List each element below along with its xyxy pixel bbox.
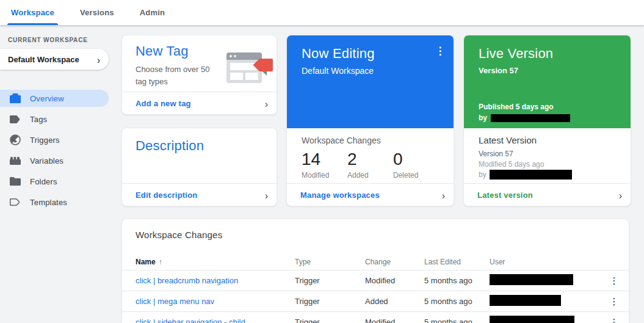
live-version-title: Live Version xyxy=(479,46,621,62)
latest-version-button[interactable]: Latest version › xyxy=(464,183,631,206)
change-type: Trigger xyxy=(295,276,365,285)
published-by-prefix: by xyxy=(479,114,487,122)
change-name-link[interactable]: click | sidebar navigation - child xyxy=(136,318,295,323)
folder-icon xyxy=(9,175,21,187)
change-kind: Modified xyxy=(365,276,424,285)
change-last-edited: 5 months ago xyxy=(424,318,490,323)
current-workspace-label: CURRENT WORKSPACE xyxy=(8,37,120,43)
tab-versions[interactable]: Versions xyxy=(76,0,118,25)
stat-deleted-value: 0 xyxy=(393,150,439,169)
stat-modified: 14 Modified xyxy=(302,150,347,180)
sidebar-item-label: Variables xyxy=(30,156,63,165)
stat-deleted-label: Deleted xyxy=(393,171,439,180)
now-editing-workspace-name: Default Workspace xyxy=(302,66,446,76)
change-kind: Added xyxy=(365,297,424,306)
add-new-tag-button[interactable]: Add a new tag › xyxy=(122,92,277,114)
kebab-menu-icon[interactable]: ⋮ xyxy=(599,296,629,307)
now-editing-header: Now Editing Default Workspace ⋮ xyxy=(287,35,454,128)
description-title: Description xyxy=(136,138,267,154)
column-header-name[interactable]: Name↑ xyxy=(136,258,295,266)
redacted-user-name xyxy=(490,316,574,323)
main-content: New Tag Choose from over 50 tag types xyxy=(120,25,644,323)
sidebar-item-label: Tags xyxy=(30,115,47,124)
sidebar-item-templates[interactable]: Templates xyxy=(0,194,109,211)
tab-workspace[interactable]: Workspace xyxy=(7,0,58,25)
overview-icon xyxy=(9,92,21,104)
column-header-change[interactable]: Change xyxy=(365,258,424,266)
stat-added-label: Added xyxy=(347,171,393,180)
variables-icon xyxy=(9,154,21,167)
sidebar-item-folders[interactable]: Folders xyxy=(0,173,109,190)
chevron-right-icon: › xyxy=(619,189,622,200)
column-header-type[interactable]: Type xyxy=(295,258,365,266)
tab-admin[interactable]: Admin xyxy=(136,0,168,25)
manage-workspaces-label: Manage workspaces xyxy=(300,191,380,200)
table-header-row: Name↑ Type Change Last Edited User xyxy=(122,253,629,270)
latest-by-prefix: by xyxy=(479,170,487,179)
latest-version-title: Latest Version xyxy=(479,135,616,145)
live-version-card: Live Version Version 57 Published 5 days… xyxy=(463,35,631,206)
live-version-number: Version 57 xyxy=(479,66,621,75)
change-name-link[interactable]: click | breadcrumb navigation xyxy=(136,276,295,285)
sort-ascending-icon: ↑ xyxy=(159,258,162,266)
trigger-icon xyxy=(9,134,21,146)
add-new-tag-label: Add a new tag xyxy=(136,99,191,108)
stat-added: 2 Added xyxy=(347,150,393,180)
sidebar-item-triggers[interactable]: Triggers xyxy=(0,131,109,148)
manage-workspaces-button[interactable]: Manage workspaces › xyxy=(287,183,454,206)
new-tag-illustration-icon xyxy=(225,51,273,88)
table-row: click | mega menu nav Trigger Added 5 mo… xyxy=(122,291,629,311)
change-last-edited: 5 months ago xyxy=(424,297,490,306)
now-editing-card: Now Editing Default Workspace ⋮ Workspac… xyxy=(286,35,454,206)
new-tag-card: New Tag Choose from over 50 tag types xyxy=(121,35,277,115)
sidebar-item-overview[interactable]: Overview xyxy=(0,90,109,107)
template-icon xyxy=(9,196,21,208)
sidebar-menu: Overview Tags Triggers xyxy=(0,90,120,211)
gtm-workspace-page: Workspace Versions Admin CURRENT WORKSPA… xyxy=(0,0,644,323)
sidebar-item-variables[interactable]: Variables xyxy=(0,152,109,169)
workspace-selector-label: Default Workspace xyxy=(8,55,79,64)
stat-modified-label: Modified xyxy=(302,171,347,180)
live-version-header: Live Version Version 57 Published 5 days… xyxy=(464,35,631,128)
kebab-menu-icon[interactable]: ⋮ xyxy=(433,44,447,59)
sidebar-item-label: Folders xyxy=(30,177,57,186)
sidebar-item-label: Overview xyxy=(30,94,64,103)
edit-description-label: Edit description xyxy=(136,191,197,200)
redacted-publisher-name xyxy=(491,114,570,122)
published-date: Published 5 days ago xyxy=(479,103,570,111)
kebab-menu-icon[interactable]: ⋮ xyxy=(599,275,629,286)
redacted-user-name xyxy=(490,295,561,306)
table-row: click | sidebar navigation - child Trigg… xyxy=(122,311,629,323)
chevron-right-icon: › xyxy=(442,189,445,200)
chevron-right-icon: › xyxy=(97,54,100,64)
workspace-changes-table-card: Workspace Changes Name↑ Type Change Last… xyxy=(121,219,629,323)
workspace-changes-stats-title: Workspace Changes xyxy=(302,136,439,145)
table-title: Workspace Changes xyxy=(136,230,629,240)
stat-modified-value: 14 xyxy=(302,150,347,169)
latest-version-label: Latest version xyxy=(477,191,533,200)
column-header-last-edited[interactable]: Last Edited xyxy=(424,258,490,266)
latest-version-modified: Modified 5 days ago xyxy=(479,160,616,169)
change-type: Trigger xyxy=(295,297,365,306)
sidebar: CURRENT WORKSPACE Default Workspace › Ov… xyxy=(0,25,120,323)
table-row: click | breadcrumb navigation Trigger Mo… xyxy=(122,270,629,291)
change-kind: Modified xyxy=(365,318,424,323)
workspace-changes-stats: Workspace Changes 14 Modified 2 Added xyxy=(287,128,454,183)
change-type: Trigger xyxy=(295,318,365,323)
tag-icon xyxy=(9,113,21,125)
latest-version-section: Latest Version Version 57 Modified 5 day… xyxy=(464,128,631,183)
workspace-selector[interactable]: Default Workspace › xyxy=(0,49,109,70)
new-tag-subtitle: Choose from over 50 tag types xyxy=(136,64,218,88)
redacted-modifier-name xyxy=(490,170,572,180)
edit-description-button[interactable]: Edit description › xyxy=(122,183,277,206)
now-editing-title: Now Editing xyxy=(302,46,446,62)
chevron-right-icon: › xyxy=(265,98,268,108)
stat-added-value: 2 xyxy=(347,150,393,169)
column-header-user[interactable]: User xyxy=(490,258,599,266)
sidebar-item-label: Templates xyxy=(30,198,67,207)
kebab-menu-icon[interactable]: ⋮ xyxy=(599,317,629,323)
sidebar-item-tags[interactable]: Tags xyxy=(0,111,109,128)
change-last-edited: 5 months ago xyxy=(424,276,490,285)
description-card: Description Edit description › xyxy=(121,128,277,206)
change-name-link[interactable]: click | mega menu nav xyxy=(136,297,295,306)
